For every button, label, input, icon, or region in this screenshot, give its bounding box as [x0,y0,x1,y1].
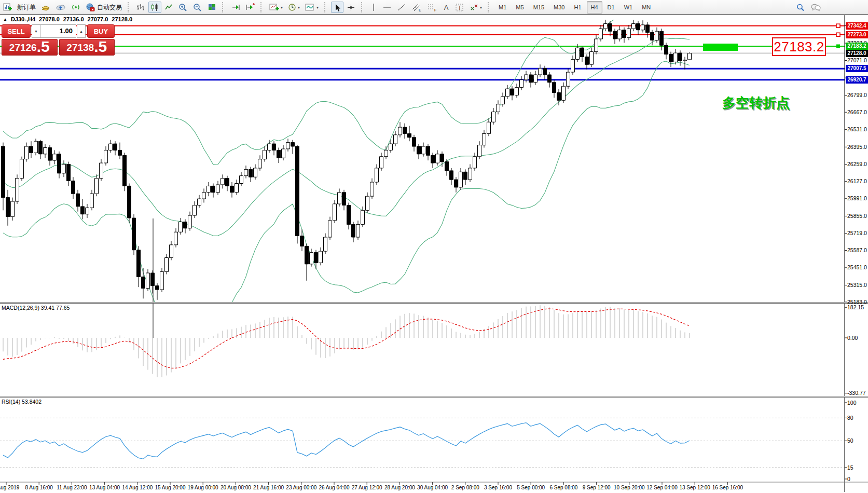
timeframe-h4-button[interactable]: H4 [587,1,602,13]
candlesticks [2,20,692,300]
chevron-down-icon: ▾ [480,5,482,10]
horizontal-line-tool-button[interactable] [380,2,394,13]
timeframe-m5-button[interactable]: M5 [512,1,528,13]
price-badge-27007.5: 27007.5 [846,65,868,72]
pane-separator[interactable] [0,302,868,304]
time-axis-label: 23 Aug 00:00 [286,485,316,490]
macd-indicator [3,305,690,377]
candlestick-chart-button[interactable] [148,2,161,13]
trendline-tool-button[interactable] [395,2,408,13]
line-chart-icon [164,3,173,11]
cursor-icon [333,3,341,12]
rsi-indicator [0,418,845,468]
fibonacci-tool-button[interactable]: F [425,2,439,13]
time-axis-label: 7 Aug 2019 [0,485,19,490]
timeframe-m1-button[interactable]: M1 [494,1,511,13]
crosshair-tool-button[interactable] [345,2,357,13]
rsi-axis-tick-label: 0 [847,476,850,482]
time-axis-label: 15 Aug 20:00 [155,485,186,490]
new-order-button[interactable]: 新订单 [15,2,38,13]
toolbar-separator [488,2,492,12]
sell-price-box[interactable]: 27126 .5 [2,39,58,56]
price-axis-tick-label: 26531.0 [847,126,867,132]
auto-trading-label: 自动交易 [97,3,122,12]
time-axis-label: 13 Aug 04:00 [89,485,120,490]
quote-close: 27128.0 [112,16,132,22]
time-axis-label: 5 Sep 00:00 [517,485,545,490]
one-click-trading-panel: SELL ▼ 1.00 ▲ BUY 27126 .5 27138 .5 [2,24,115,56]
pane-separator[interactable] [0,396,868,398]
line-anchor [836,24,840,28]
volume-input[interactable]: 1.00 [40,24,76,38]
macd-axis-tick-label: 0.00 [847,335,858,341]
line-chart-button[interactable] [162,2,175,13]
time-axis-label: 10 Sep 20:00 [614,485,645,490]
text-label-tool-button[interactable]: T [453,2,466,13]
sell-price-main: 27126 [9,41,37,54]
time-axis-label: 20 Aug 08:00 [221,485,251,490]
zoom-in-icon [178,3,188,12]
key-level-price-box[interactable]: 27183.2 [772,37,826,56]
timeframe-h1-button[interactable]: H1 [570,1,585,13]
symbol-period-label: DJ30-,H4 [11,16,35,22]
auto-trading-button[interactable]: 自动交易 [84,2,124,13]
cloud-icon [56,3,66,11]
price-axis-tick-label: 25855.0 [847,213,867,219]
buy-price-frac: .5 [94,39,107,54]
signal-button[interactable] [69,2,82,13]
template-icon [305,3,315,11]
cloud-button[interactable] [53,2,68,13]
macd-axis-tick-label: 182.15 [847,304,864,310]
time-axis-label: 14 Aug 12:00 [122,485,153,490]
volume-increase-button[interactable]: ▲ [77,24,86,38]
chat-button[interactable] [808,2,823,13]
timeframe-w1-button[interactable]: W1 [620,1,637,13]
template-button[interactable]: ▾ [303,2,321,13]
macd-label: MACD(12,26,9) 39.41 77.65 [2,305,70,311]
chart-canvas[interactable] [0,15,868,493]
time-axis-label: 26 Aug 04:00 [319,485,350,490]
equidistant-channel-icon: E [411,3,422,12]
text-tool-button[interactable]: A [440,2,452,13]
svg-text:E: E [419,8,421,12]
timeframe-d1-button[interactable]: D1 [603,1,619,13]
toolbar-separator [128,2,132,12]
note-text-annotation[interactable]: 多空转折点 [722,94,790,112]
auto-scroll-button[interactable] [229,2,242,13]
zoom-out-button[interactable] [191,2,204,13]
vertical-line-icon [370,3,377,11]
highlight-rectangle[interactable] [703,44,738,51]
time-axis-label: 13 Sep 12:00 [679,485,710,490]
time-axis-label: 30 Aug 04:00 [417,485,448,490]
bar-chart-button[interactable] [134,2,147,13]
buy-price-box[interactable]: 27138 .5 [59,39,115,56]
volume-decrease-button[interactable]: ▼ [32,24,40,38]
sell-button[interactable]: SELL [2,24,31,38]
tile-windows-button[interactable] [205,2,218,13]
search-button[interactable] [794,2,807,13]
chart-shift-button[interactable] [243,2,257,13]
timeframe-m15-button[interactable]: M15 [529,1,548,13]
vertical-line-tool-button[interactable] [368,2,379,13]
price-axis-tick-label: 26395.0 [847,144,867,150]
collapse-panel-icon[interactable]: ▲ [3,17,7,22]
new-order-label: 新订单 [17,3,36,12]
buy-button[interactable]: BUY [87,24,115,38]
arrows-tool-button[interactable]: ▾ [467,2,484,13]
price-axis-tick-label: 25991.0 [847,195,867,201]
new-chart-button[interactable] [1,2,14,13]
toolbar-separator [361,2,365,12]
timeframe-mn-button[interactable]: MN [638,1,655,13]
market-watch-button[interactable] [39,2,52,13]
period-button[interactable]: ▾ [286,2,302,13]
equidistant-channel-tool-button[interactable]: E [409,2,424,13]
cursor-tool-button[interactable] [331,2,343,13]
main-toolbar: 新订单 自动交易 ▾ ▾ [0,0,868,15]
chart-window[interactable]: ▲ DJ30-,H4 27078.0 27136.0 27077.0 27128… [0,15,868,493]
timeframe-m30-button[interactable]: M30 [549,1,569,13]
zoom-in-button[interactable] [176,2,190,13]
add-indicator-button[interactable]: ▾ [267,2,285,13]
crosshair-icon [347,3,355,12]
price-badge-26920.7: 26920.7 [846,76,868,84]
rsi-axis-tick-label: 80 [847,415,853,421]
